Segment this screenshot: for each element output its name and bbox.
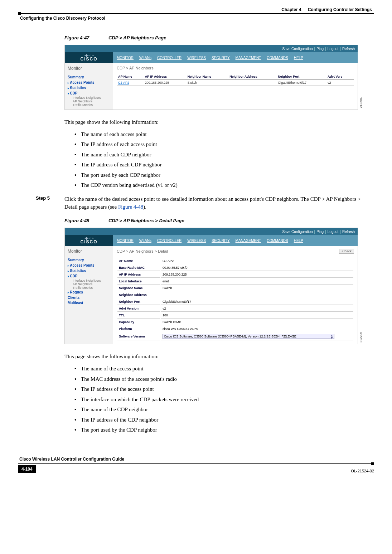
menu-controller[interactable]: CONTROLLER <box>157 239 182 243</box>
breadcrumb: CDP > AP Neighbors > Detail <box>117 249 168 253</box>
sidebar-access-points[interactable]: Access Points <box>68 80 110 85</box>
col-ap-ip: AP IP Address <box>144 74 186 80</box>
menu-wireless[interactable]: WIRELESS <box>187 239 206 243</box>
sidebar-ap-neighbors[interactable]: AP Neighbors <box>68 282 110 286</box>
sidebar-ap-neighbors[interactable]: AP Neighbors <box>68 99 110 103</box>
value-neighbor-name: Switch <box>161 285 353 291</box>
value-ttl: 180 <box>161 312 353 319</box>
figure-xref[interactable]: Figure 4-48 <box>118 204 143 210</box>
list-item: The port used by each CDP neighbor <box>74 170 374 180</box>
link-logout[interactable]: Logout <box>328 230 339 234</box>
image-id: 212205 <box>359 332 363 342</box>
sidebar-title: Monitor <box>68 249 110 254</box>
back-button[interactable]: < Back <box>339 249 354 254</box>
cisco-logo: ·ı|ı·ı|ı· CISCO <box>65 235 113 246</box>
paragraph: This page shows the following informatio… <box>64 118 374 126</box>
sidebar-summary[interactable]: Summary <box>68 257 110 263</box>
sidebar: Monitor Summary Access Points Statistics… <box>65 63 113 110</box>
page-content: Figure 4-47 CDP > AP Neighbors Page Save… <box>64 35 374 435</box>
list-item: The port used by the CDP neighbor <box>74 425 374 435</box>
sidebar-rogues[interactable]: Rogues <box>68 290 110 295</box>
label-advt-version: Advt Version <box>117 306 160 312</box>
menu-management[interactable]: MANAGEMENT <box>236 56 261 60</box>
detail-table: AP NameCJ-AP2 Base Radio MAC00:0b:85:57:… <box>117 257 354 341</box>
cell-neighbor-port: GigabitEthernet0/17 <box>276 80 326 86</box>
cell-ap-ip: 209.165.200.225 <box>144 80 186 86</box>
spinner-icon[interactable]: ▲▼ <box>330 334 333 339</box>
menu-management[interactable]: MANAGEMENT <box>236 239 261 243</box>
cell-neighbor-name: Switch <box>186 80 228 86</box>
figure-number: Figure 4-47 <box>64 35 89 40</box>
sidebar-title: Monitor <box>68 66 110 71</box>
value-capability: Switch IGMP <box>161 319 353 325</box>
menu-security[interactable]: SECURITY <box>212 239 230 243</box>
sidebar-cdp[interactable]: CDP <box>68 273 110 279</box>
list-item: The CDP version being advertised (v1 or … <box>74 180 374 190</box>
sidebar-interface-neighbors[interactable]: Interface Neighbors <box>68 279 110 282</box>
image-id: 212204 <box>359 97 363 108</box>
main-menu: MONITOR WLANs CONTROLLER WIRELESS SECURI… <box>113 52 358 63</box>
menu-wlans[interactable]: WLANs <box>139 56 151 60</box>
menu-wlans[interactable]: WLANs <box>139 239 151 243</box>
menu-commands[interactable]: COMMANDS <box>267 239 288 243</box>
label-capability: Capability <box>117 319 160 325</box>
sidebar-clients[interactable]: Clients <box>68 295 110 300</box>
value-neighbor-port: GigabitEthernet0/17 <box>161 299 353 305</box>
figure-47-screenshot: Save Configuration| Ping| Logout| Refres… <box>64 45 358 110</box>
list-item: The IP address of the CDP neighbor <box>74 415 374 425</box>
sidebar-cdp[interactable]: CDP <box>68 91 110 96</box>
figure-48-screenshot: Save Configuration| Ping| Logout| Refres… <box>64 228 358 344</box>
bullet-list: The name of each access point The IP add… <box>74 129 374 190</box>
step-text-after: ). <box>143 204 146 210</box>
sidebar-interface-neighbors[interactable]: Interface Neighbors <box>68 96 110 99</box>
label-software-version: Software Version <box>117 333 160 340</box>
sidebar-statistics[interactable]: Statistics <box>68 85 110 91</box>
sidebar-traffic-metrics[interactable]: Traffic Metrics <box>68 103 110 107</box>
link-ping[interactable]: Ping <box>316 230 324 234</box>
chapter-title: Configuring Controller Settings <box>308 7 372 12</box>
ap-link[interactable]: CJ-AP2 <box>118 81 129 84</box>
menu-controller[interactable]: CONTROLLER <box>157 56 182 60</box>
link-ping[interactable]: Ping <box>316 47 324 51</box>
guide-title: Cisco Wireless LAN Controller Configurat… <box>18 457 124 462</box>
software-version-field[interactable]: Cisco IOS Software, C3560 Software (C356… <box>163 334 334 339</box>
link-save-config[interactable]: Save Configuration <box>282 230 313 234</box>
label-neighbor-address: Neighbor Address <box>117 292 160 298</box>
sidebar-summary[interactable]: Summary <box>68 74 110 80</box>
link-save-config[interactable]: Save Configuration <box>282 47 313 51</box>
sidebar-traffic-metrics[interactable]: Traffic Metrics <box>68 286 110 290</box>
cell-neighbor-address <box>228 80 276 86</box>
col-advt-vers: Advt Vers <box>326 74 354 80</box>
figure-title: CDP > AP Neighbors > Detail Page <box>108 218 184 223</box>
menu-help[interactable]: HELP <box>294 56 303 60</box>
step-text: Click the name of the desired access poi… <box>64 196 361 210</box>
cisco-logo: ·ı|ı·ı|ı· CISCO <box>65 52 113 63</box>
figure-title: CDP > AP Neighbors Page <box>108 35 166 40</box>
menu-monitor[interactable]: MONITOR <box>117 56 134 60</box>
list-item: The interface on which the CDP packets w… <box>74 394 374 405</box>
page-header: Chapter 4 Configuring Controller Setting… <box>18 7 374 21</box>
menu-commands[interactable]: COMMANDS <box>267 56 288 60</box>
link-refresh[interactable]: Refresh <box>342 230 355 234</box>
section-title: Configuring the Cisco Discovery Protocol <box>18 16 374 21</box>
menu-help[interactable]: HELP <box>294 239 303 243</box>
menu-wireless[interactable]: WIRELESS <box>187 56 206 60</box>
value-base-radio-mac: 00:0b:85:57:c9:f0 <box>161 265 353 271</box>
sidebar-multicast[interactable]: Multicast <box>68 300 110 306</box>
value-ap-name: CJ-AP2 <box>161 258 353 264</box>
link-refresh[interactable]: Refresh <box>342 47 355 51</box>
page-footer: Cisco Wireless LAN Controller Configurat… <box>18 457 374 473</box>
sidebar-access-points[interactable]: Access Points <box>68 263 110 268</box>
menu-security[interactable]: SECURITY <box>212 56 230 60</box>
label-ap-name: AP Name <box>117 258 160 264</box>
label-neighbor-port: Neighbor Port <box>117 299 160 305</box>
label-ap-ip: AP IP Address <box>117 272 160 278</box>
list-item: The name of the access point <box>74 364 374 374</box>
sidebar-statistics[interactable]: Statistics <box>68 268 110 273</box>
link-logout[interactable]: Logout <box>328 47 339 51</box>
col-neighbor-port: Neighbor Port <box>276 74 326 80</box>
menu-monitor[interactable]: MONITOR <box>117 239 134 243</box>
list-item: The name of the CDP neighbor <box>74 404 374 415</box>
list-item: The IP address of each CDP neighbor <box>74 160 374 170</box>
sidebar: Monitor Summary Access Points Statistics… <box>65 246 113 344</box>
